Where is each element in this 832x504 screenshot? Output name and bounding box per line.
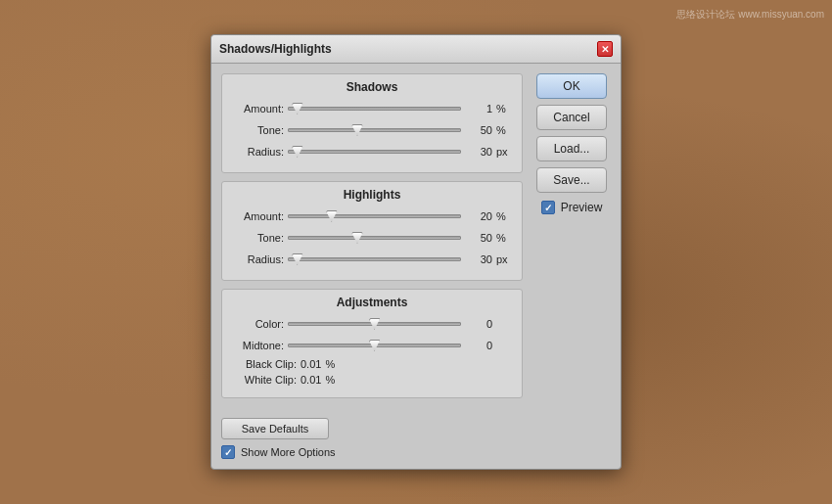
highlights-radius-row: Radius: 30 px [230, 251, 514, 268]
white-clip-value: 0.01 [300, 374, 321, 386]
midtone-label: Midtone: [230, 340, 284, 351]
shadows-amount-unit: % [496, 103, 514, 115]
highlights-amount-unit: % [496, 210, 514, 222]
color-value: 0 [465, 318, 492, 330]
black-clip-row: Black Clip: 0.01 % [230, 358, 514, 370]
highlights-amount-row: Amount: 20 % [230, 207, 514, 225]
bottom-controls: Save Defaults Show More Options [211, 412, 621, 469]
save-defaults-button[interactable]: Save Defaults [221, 418, 329, 439]
dialog-body: Shadows Amount: 1 % Tone: [211, 64, 621, 412]
shadows-radius-label: Radius: [230, 146, 284, 158]
shadows-tone-value: 50 [465, 124, 492, 136]
shadows-tone-unit: % [496, 124, 514, 136]
highlights-amount-label: Amount: [230, 210, 284, 222]
right-panel: OK Cancel Load... Save... Preview [532, 73, 611, 402]
ok-button[interactable]: OK [536, 73, 607, 99]
highlights-radius-slider[interactable] [288, 251, 461, 268]
black-clip-unit: % [325, 358, 335, 370]
shadows-title: Shadows [230, 80, 514, 94]
shadows-amount-slider[interactable] [288, 100, 461, 117]
shadows-radius-slider[interactable] [288, 143, 461, 160]
highlights-radius-label: Radius: [230, 253, 284, 265]
highlights-radius-unit: px [496, 253, 514, 265]
highlights-amount-value: 20 [465, 210, 492, 222]
white-clip-unit: % [325, 374, 335, 386]
adjustments-section: Adjustments Color: 0 Midtone: [221, 289, 523, 398]
shadows-amount-value: 1 [465, 103, 492, 115]
color-row: Color: 0 [230, 315, 514, 333]
black-clip-label: Black Clip: [230, 358, 297, 370]
shadows-tone-label: Tone: [230, 124, 284, 136]
shadows-radius-value: 30 [465, 146, 492, 158]
preview-row: Preview [541, 201, 603, 214]
show-more-options-checkbox[interactable] [221, 445, 235, 459]
show-more-options-label: Show More Options [241, 446, 336, 458]
shadows-tone-row: Tone: 50 % [230, 121, 514, 139]
midtone-row: Midtone: 0 [230, 337, 514, 354]
highlights-tone-label: Tone: [230, 232, 284, 244]
color-label: Color: [230, 318, 284, 330]
highlights-section: Highlights Amount: 20 % Tone: [221, 181, 523, 281]
left-panel: Shadows Amount: 1 % Tone: [221, 73, 523, 402]
highlights-title: Highlights [230, 188, 514, 202]
close-button[interactable]: ✕ [597, 41, 613, 57]
highlights-amount-slider[interactable] [288, 207, 461, 225]
highlights-tone-row: Tone: 50 % [230, 229, 514, 247]
highlights-tone-slider[interactable] [288, 229, 461, 247]
show-more-options-row: Show More Options [221, 445, 611, 459]
midtone-slider[interactable] [288, 337, 461, 354]
dialog-titlebar: Shadows/Highlights ✕ [211, 35, 621, 64]
color-slider[interactable] [288, 315, 461, 333]
dialog-title: Shadows/Highlights [219, 42, 332, 56]
preview-checkbox[interactable] [541, 201, 555, 214]
shadows-radius-row: Radius: 30 px [230, 143, 514, 160]
highlights-radius-value: 30 [465, 253, 492, 265]
shadows-amount-label: Amount: [230, 103, 284, 115]
adjustments-title: Adjustments [230, 296, 514, 309]
shadows-section: Shadows Amount: 1 % Tone: [221, 73, 523, 173]
white-clip-label: White Clip: [230, 374, 297, 386]
midtone-value: 0 [465, 340, 492, 351]
preview-label: Preview [561, 201, 603, 214]
highlights-tone-value: 50 [465, 232, 492, 244]
load-button[interactable]: Load... [536, 136, 607, 161]
save-button[interactable]: Save... [536, 167, 607, 193]
cancel-button[interactable]: Cancel [536, 105, 607, 130]
highlights-tone-unit: % [496, 232, 514, 244]
black-clip-value: 0.01 [300, 358, 321, 370]
shadows-amount-row: Amount: 1 % [230, 100, 514, 117]
white-clip-row: White Clip: 0.01 % [230, 374, 514, 386]
watermark: 思络设计论坛 www.missyuan.com [676, 8, 824, 22]
shadows-highlights-dialog: Shadows/Highlights ✕ Shadows Amount: 1 % [210, 34, 622, 470]
shadows-tone-slider[interactable] [288, 121, 461, 139]
shadows-radius-unit: px [496, 146, 514, 158]
